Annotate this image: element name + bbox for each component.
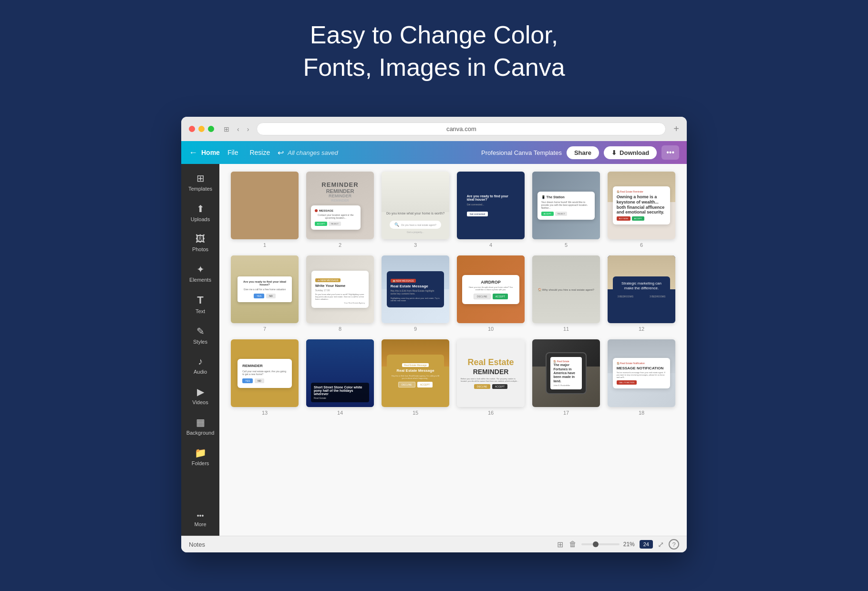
editor-body: ⊞ Templates ⬆ Uploads 🖼 Photos ✦ Element…	[181, 164, 687, 536]
nav-back[interactable]: ‹	[235, 124, 241, 134]
sidebar-item-label: Photos	[192, 246, 208, 252]
notes-label[interactable]: Notes	[189, 541, 205, 548]
slide-number: 13	[231, 410, 299, 416]
main-canvas[interactable]: REMINDER Call your real estate agent. Ar…	[219, 164, 687, 536]
maximize-button[interactable]	[208, 126, 214, 132]
slide-item[interactable]: Do you know what your home is worth? 🔍 D…	[382, 172, 449, 248]
sidebar-item-text[interactable]: T Text	[183, 289, 217, 319]
new-tab[interactable]: +	[673, 123, 679, 134]
browser-chrome: ⊞ ‹ › canva.com +	[181, 117, 687, 141]
back-icon: ←	[189, 148, 197, 158]
browser-controls: ⊞ ‹ ›	[222, 124, 251, 134]
slide-thumbnail: AIRDROP Have you ever thought about your…	[457, 255, 525, 323]
slide-item[interactable]: Are you ready to find your ideal house? …	[231, 255, 299, 332]
slide-thumbnail: Are you ready to find your ideal house? …	[231, 255, 299, 323]
sidebar-item-videos[interactable]: ▶ Videos	[183, 381, 217, 410]
slide-number: 8	[306, 326, 374, 332]
sidebar-item-photos[interactable]: 🖼 Photos	[183, 229, 217, 257]
sidebar-item-label: Audio	[194, 369, 207, 375]
slide-item[interactable]: Are you ready to find your ideal house? …	[457, 172, 525, 248]
slide-item[interactable]: 🏠 Why should you hire a real estate agen…	[532, 255, 600, 332]
address-bar[interactable]: canva.com	[257, 122, 666, 135]
slide-item[interactable]: AIRDROP Have you ever thought about your…	[457, 255, 525, 332]
sidebar-item-more[interactable]: ••• More	[183, 507, 217, 532]
back-button[interactable]: ←	[189, 148, 197, 158]
grid-icon[interactable]: ⊞	[557, 540, 563, 549]
more-options-button[interactable]: •••	[661, 145, 679, 160]
sidebar-item-background[interactable]: ▦ Background	[183, 412, 217, 440]
slide-item[interactable]: REMINDER REMINDER REMINDER REMINDER MESS…	[306, 172, 374, 248]
sidebar-toggle[interactable]: ⊞	[222, 124, 231, 134]
slide-item[interactable]: Short Street Stone Color white pony half…	[306, 339, 374, 416]
slide-number: 1	[231, 242, 299, 248]
share-button[interactable]: Share	[567, 146, 599, 159]
delete-icon[interactable]: 🗑	[569, 540, 577, 549]
sidebar-item-label: Styles	[193, 339, 207, 345]
sidebar-item-styles[interactable]: ✎ Styles	[183, 321, 217, 349]
undo-button[interactable]: ↩	[278, 148, 284, 157]
minimize-button[interactable]	[198, 126, 205, 132]
slide-item[interactable]: 🏠 Real Estate Notification MESSAGE NOTIF…	[608, 339, 675, 416]
slide-item[interactable]: Real Estate REMINDER Before you start to…	[457, 339, 525, 416]
hero-section: Easy to Change Color, Fonts, Images in C…	[303, 19, 565, 102]
slide-thumbnail: Do you know what your home is worth? 🔍 D…	[382, 172, 449, 239]
sidebar-item-label: More	[194, 521, 206, 527]
slide-item[interactable]: 📱 The Station Your dream home found! We …	[532, 172, 600, 248]
slide-item[interactable]: 🏠 Real Estate Reminder Owning a home is …	[608, 172, 675, 248]
window-controls	[189, 126, 214, 132]
more-icon: •••	[197, 512, 204, 520]
slide-thumbnail: 🏠 Why should you hire a real estate agen…	[532, 255, 600, 323]
close-button[interactable]	[189, 126, 195, 132]
sidebar-item-folders[interactable]: 📁 Folders	[183, 442, 217, 471]
slide-number: 18	[608, 410, 675, 416]
zoom-track[interactable]	[581, 543, 620, 545]
nav-forward[interactable]: ›	[245, 124, 251, 134]
slide-thumbnail: Strategic marketing can make the differe…	[608, 255, 675, 323]
help-button[interactable]: ?	[669, 539, 679, 550]
slide-item[interactable]: 🏠 NEW MESSAGE Write Your Name Sunday 17:…	[306, 255, 374, 332]
slide-number: 12	[608, 326, 675, 332]
home-label[interactable]: Home	[201, 149, 220, 156]
sidebar-item-elements[interactable]: ✦ Elements	[183, 259, 217, 287]
zoom-value: 21%	[623, 541, 635, 548]
slide-number: 2	[306, 242, 374, 248]
download-button[interactable]: ⬇ Download	[604, 146, 657, 159]
slide-number: 6	[608, 242, 675, 248]
zoom-thumb[interactable]	[593, 541, 599, 547]
slide-number: 14	[306, 410, 374, 416]
slide-number: 17	[532, 410, 600, 416]
slide-thumbnail: REMINDER Call your real estate agent. Ar…	[231, 339, 299, 407]
sidebar-item-label: Uploads	[191, 216, 210, 222]
slide-thumbnail: 🏠 Real Estate Notification MESSAGE NOTIF…	[608, 339, 675, 407]
browser-window: ⊞ ‹ › canva.com + ← Home File Resize ↩ A…	[181, 117, 687, 552]
slide-number: 9	[382, 326, 449, 332]
elements-icon: ✦	[196, 264, 205, 275]
slide-item[interactable]: Strategic marketing can make the differe…	[608, 255, 675, 332]
sidebar-item-uploads[interactable]: ⬆ Uploads	[183, 198, 217, 227]
photos-icon: 🖼	[196, 234, 205, 245]
slide-number: 15	[382, 410, 449, 416]
sidebar: ⊞ Templates ⬆ Uploads 🖼 Photos ✦ Element…	[181, 164, 219, 536]
slide-item[interactable]: REMINDER Call your real estate agent. Ar…	[231, 172, 299, 248]
file-menu[interactable]: File	[224, 147, 242, 158]
canva-toolbar: ← Home File Resize ↩ All changes saved P…	[181, 141, 687, 164]
slide-item[interactable]: Real Estate Message Real Estate Message …	[382, 339, 449, 416]
uploads-icon: ⬆	[196, 203, 205, 214]
hero-title: Easy to Change Color, Fonts, Images in C…	[303, 19, 565, 83]
slide-thumbnail: 🏠 Real Estate Reminder Owning a home is …	[608, 172, 675, 239]
slide-item[interactable]: 🏠 NEW MESSAGE Real Estate Message Hey th…	[382, 255, 449, 332]
slide-thumbnail: Real Estate REMINDER Before you start to…	[457, 339, 525, 407]
slide-item[interactable]: 🏠 Real Estate The major Fortunes in Amer…	[532, 339, 600, 416]
page-indicator: 24	[640, 540, 653, 549]
sidebar-item-templates[interactable]: ⊞ Templates	[183, 168, 217, 196]
expand-icon[interactable]: ⤢	[658, 540, 664, 549]
background-icon: ▦	[196, 417, 205, 428]
sidebar-item-audio[interactable]: ♪ Audio	[183, 351, 217, 379]
text-icon: T	[197, 294, 203, 306]
slide-number: 3	[382, 242, 449, 248]
slide-thumbnail: Real Estate Message Real Estate Message …	[382, 339, 449, 407]
bottom-bar: Notes ⊞ 🗑 21% 24 ⤢ ?	[181, 536, 687, 552]
slide-number: 11	[532, 326, 600, 332]
resize-menu[interactable]: Resize	[246, 147, 274, 158]
slide-item[interactable]: REMINDER Call your real estate agent. Ar…	[231, 339, 299, 416]
